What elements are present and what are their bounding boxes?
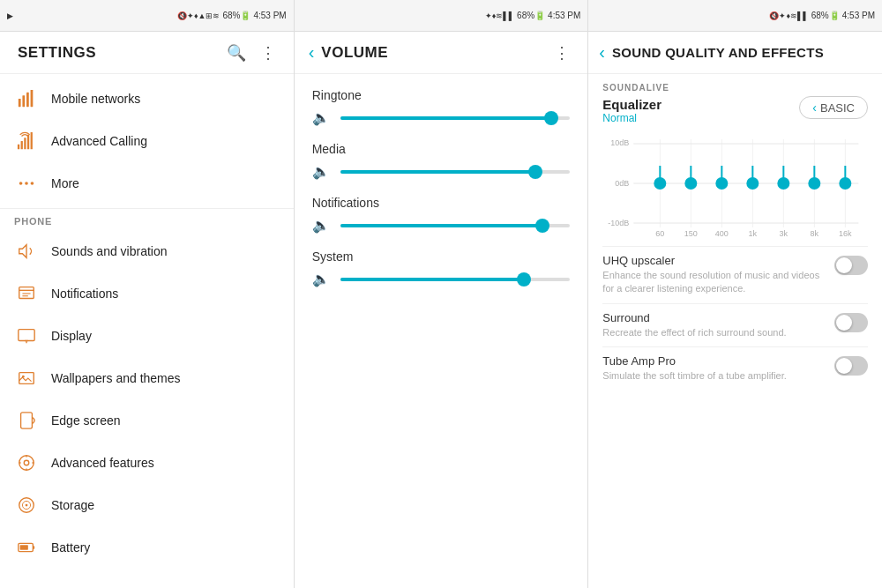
battery-icon [14, 535, 39, 560]
surround-text: Surround Recreate the effect of rich sur… [602, 311, 827, 339]
sb3-battery: 68%🔋 [811, 11, 840, 20]
settings-item-display[interactable]: Display [0, 315, 294, 357]
sounds-label: Sounds and vibration [51, 244, 168, 258]
equalizer-subtitle: Normal [602, 112, 662, 124]
svg-text:3k: 3k [780, 229, 789, 238]
basic-button[interactable]: ‹ BASIC [799, 96, 868, 119]
svg-text:150: 150 [684, 229, 698, 238]
ringtone-label: Ringtone [312, 88, 571, 102]
sound-title: SOUND QUALITY AND EFFECTS [612, 45, 871, 60]
svg-rect-2 [26, 93, 29, 108]
sound-content: SOUNDALIVE Equalizer Normal ‹ BASIC [588, 74, 882, 588]
settings-item-storage[interactable]: Storage [0, 484, 294, 526]
svg-rect-7 [27, 135, 29, 150]
settings-item-sounds[interactable]: Sounds and vibration [0, 230, 294, 272]
ringtone-control: 🔈 [312, 109, 571, 126]
settings-list: Mobile networks Advanced Calling [0, 74, 294, 588]
status-bar-3: 🔇✦♦≋▌▌ 68%🔋 4:53 PM [588, 0, 882, 31]
svg-rect-29 [20, 545, 28, 550]
system-label: System [312, 249, 571, 264]
basic-chevron-icon: ‹ [812, 100, 817, 115]
sound-back-icon[interactable]: ‹ [599, 42, 605, 63]
svg-text:1k: 1k [749, 229, 758, 238]
ringtone-row: Ringtone 🔈 [312, 88, 571, 126]
sb2-time: 4:53 PM [548, 11, 580, 20]
settings-item-advanced-calling[interactable]: Advanced Calling [0, 120, 294, 162]
advanced-calling-label: Advanced Calling [51, 134, 147, 148]
svg-rect-0 [19, 99, 21, 107]
svg-point-56 [778, 177, 790, 190]
mobile-networks-icon [14, 86, 39, 111]
surround-desc: Recreate the effect of rich surround sou… [602, 326, 827, 339]
svg-rect-6 [24, 138, 26, 149]
notifications-vol-icon: 🔈 [312, 217, 332, 234]
settings-item-more[interactable]: More [0, 162, 294, 205]
status-bar-2: ✦♦≋▌▌ 68%🔋 4:53 PM [295, 0, 589, 31]
volume-content: Ringtone 🔈 Media 🔈 [295, 74, 588, 588]
svg-rect-8 [31, 132, 33, 149]
ringtone-slider[interactable] [340, 116, 571, 120]
svg-text:16k: 16k [839, 229, 852, 238]
display-icon [14, 324, 39, 348]
svg-point-26 [26, 504, 28, 507]
svg-point-9 [19, 182, 23, 185]
settings-item-battery[interactable]: Battery [0, 526, 294, 569]
settings-panel: SETTINGS 🔍 ⋮ Mobile networks [0, 32, 295, 588]
media-slider[interactable] [340, 170, 571, 174]
more-label: More [51, 176, 79, 190]
sb3-icons: 🔇✦♦≋▌▌ [769, 11, 808, 20]
media-control: 🔈 [312, 163, 571, 180]
media-vol-icon: 🔈 [312, 163, 332, 180]
sound-header: ‹ SOUND QUALITY AND EFFECTS [588, 32, 882, 74]
advanced-calling-icon [14, 129, 39, 153]
system-control: 🔈 [312, 271, 571, 287]
equalizer-header: Equalizer Normal ‹ BASIC [602, 96, 868, 124]
notifications-slider[interactable] [340, 224, 571, 227]
settings-item-wallpapers[interactable]: Wallpapers and themes [0, 357, 294, 399]
soundalive-label: SOUNDALIVE [602, 83, 868, 93]
svg-point-55 [747, 177, 759, 190]
uhq-toggle[interactable] [834, 256, 868, 275]
more-icon[interactable]: ⋮ [257, 41, 280, 64]
wallpapers-icon [14, 366, 39, 391]
svg-rect-28 [33, 546, 34, 549]
sb1-battery: 68%🔋 [222, 11, 250, 20]
svg-rect-1 [22, 95, 25, 107]
search-icon[interactable]: 🔍 [223, 41, 250, 64]
svg-text:60: 60 [656, 229, 665, 238]
tube-amp-text: Tube Amp Pro Simulate the soft timbre of… [602, 354, 827, 383]
volume-back-icon[interactable]: ‹ [309, 42, 315, 63]
battery-label: Battery [51, 540, 90, 555]
sb1-icons: 🔇✦♦▲⊞≋ [177, 11, 220, 20]
wallpapers-label: Wallpapers and themes [51, 371, 181, 385]
system-slider[interactable] [340, 278, 571, 281]
settings-item-mobile-networks[interactable]: Mobile networks [0, 78, 294, 120]
tube-amp-toggle[interactable] [834, 356, 868, 376]
svg-point-53 [685, 177, 698, 190]
surround-row: Surround Recreate the effect of rich sur… [602, 303, 868, 346]
volume-more-icon[interactable]: ⋮ [550, 41, 573, 64]
settings-title: SETTINGS [14, 42, 216, 63]
sb1-time: 4:53 PM [253, 11, 286, 20]
phone-section-label: PHONE [0, 208, 294, 230]
surround-toggle[interactable] [834, 313, 868, 332]
storage-label: Storage [51, 498, 94, 512]
mobile-networks-label: Mobile networks [51, 92, 140, 106]
uhq-row: UHQ upscaler Enhance the sound resolutio… [602, 246, 868, 303]
uhq-name: UHQ upscaler [602, 254, 827, 267]
svg-rect-21 [21, 413, 33, 428]
volume-title: VOLUME [321, 44, 543, 62]
system-vol-icon: 🔈 [312, 271, 332, 287]
status-bars: ▶ 🔇✦♦▲⊞≋ 68%🔋 4:53 PM ✦♦≋▌▌ 68%🔋 4:53 PM… [0, 0, 882, 32]
tube-amp-desc: Simulate the soft timbre of a tube ampli… [602, 369, 827, 383]
svg-point-54 [716, 177, 729, 190]
svg-text:0dB: 0dB [616, 179, 630, 188]
settings-item-advanced-features[interactable]: Advanced features [0, 442, 294, 484]
surround-toggle-thumb [836, 315, 852, 331]
surround-name: Surround [602, 311, 827, 324]
tube-amp-row: Tube Amp Pro Simulate the soft timbre of… [602, 346, 868, 390]
settings-item-edge[interactable]: Edge screen [0, 399, 294, 442]
svg-rect-16 [19, 330, 34, 341]
svg-point-20 [22, 376, 25, 378]
settings-item-notifications[interactable]: Notifications [0, 272, 294, 315]
